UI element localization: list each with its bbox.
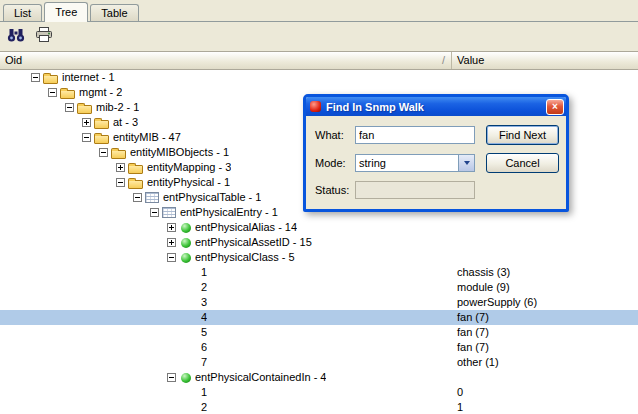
table-icon	[162, 207, 176, 218]
collapse-toggle-icon[interactable]	[82, 133, 91, 142]
value-cell	[452, 370, 638, 385]
expand-toggle-icon[interactable]	[167, 238, 176, 247]
find-dialog-app-icon	[310, 101, 321, 112]
tab-bar: List Tree Table	[0, 0, 638, 22]
value-cell	[452, 235, 638, 250]
node-label: 2	[201, 280, 207, 295]
node-label: entPhysicalTable - 1	[163, 190, 261, 205]
tree-row[interactable]: entPhysicalAssetID - 15	[0, 235, 638, 250]
folder-icon	[94, 120, 109, 129]
table-icon	[145, 192, 159, 203]
folder-icon	[111, 150, 126, 159]
tree-row[interactable]: 5fan (7)	[0, 325, 638, 340]
tab-tree[interactable]: Tree	[44, 2, 88, 22]
value-cell: powerSupply (6)	[452, 295, 638, 310]
tree-row[interactable]: 7other (1)	[0, 355, 638, 370]
value-cell: fan (7)	[452, 325, 638, 340]
expand-toggle-icon[interactable]	[116, 163, 125, 172]
value-cell: chassis (3)	[452, 265, 638, 280]
sort-indicator-icon: /	[442, 54, 445, 69]
node-label: entityMIBObjects - 1	[130, 145, 229, 160]
collapse-toggle-icon[interactable]	[167, 253, 176, 262]
snmp-walk-window: List Tree Table	[0, 0, 638, 414]
find-next-button[interactable]: Find Next	[486, 125, 559, 145]
what-input[interactable]	[355, 126, 475, 144]
node-label: 1	[201, 265, 207, 280]
collapse-toggle-icon[interactable]	[31, 73, 40, 82]
value-cell: 1	[452, 400, 638, 414]
ball-icon	[181, 253, 191, 263]
find-dialog: Find In Snmp Walk × What: Find Next Mode…	[303, 94, 569, 212]
folder-icon	[128, 180, 143, 189]
node-label: 7	[201, 355, 207, 370]
node-label: entityMapping - 3	[147, 160, 231, 175]
find-button[interactable]	[3, 24, 29, 49]
expand-toggle-icon[interactable]	[167, 223, 176, 232]
status-field	[355, 181, 475, 199]
value-cell: 0	[452, 385, 638, 400]
node-label: entPhysicalAssetID - 15	[195, 235, 312, 250]
ball-icon	[181, 223, 191, 233]
node-label: 1	[201, 385, 207, 400]
node-label: entPhysicalAlias - 14	[195, 220, 297, 235]
ball-icon	[181, 373, 191, 383]
mode-selected-value: string	[356, 155, 458, 171]
tree-row[interactable]: entPhysicalAlias - 14	[0, 220, 638, 235]
tree-row[interactable]: entPhysicalContainedIn - 4	[0, 370, 638, 385]
expand-toggle-icon[interactable]	[82, 118, 91, 127]
node-label: entityMIB - 47	[113, 130, 181, 145]
dialog-title: Find In Snmp Walk	[326, 101, 546, 113]
value-cell: other (1)	[452, 355, 638, 370]
oid-header-label: Oid	[5, 54, 22, 69]
collapse-toggle-icon[interactable]	[99, 148, 108, 157]
value-column-header[interactable]: Value	[452, 52, 638, 69]
collapse-toggle-icon[interactable]	[48, 88, 57, 97]
node-label: entPhysicalEntry - 1	[180, 205, 278, 220]
toolbar	[0, 22, 638, 51]
tab-table[interactable]: Table	[90, 4, 138, 21]
chevron-down-icon[interactable]	[458, 155, 474, 171]
collapse-toggle-icon[interactable]	[65, 103, 74, 112]
oid-column-header[interactable]: Oid /	[0, 52, 452, 69]
ball-icon	[181, 238, 191, 248]
tree-row[interactable]: 21	[0, 400, 638, 414]
close-icon[interactable]: ×	[546, 99, 564, 115]
tree-row[interactable]: 4fan (7)	[0, 310, 638, 325]
node-label: 3	[201, 295, 207, 310]
dialog-title-bar[interactable]: Find In Snmp Walk ×	[306, 97, 566, 116]
grid-header: Oid / Value	[0, 52, 638, 70]
node-label: 4	[201, 310, 207, 325]
tab-list[interactable]: List	[3, 4, 42, 21]
folder-icon	[60, 90, 75, 99]
cancel-button[interactable]: Cancel	[486, 153, 559, 173]
tree-row[interactable]: 1chassis (3)	[0, 265, 638, 280]
tree-row[interactable]: 3powerSupply (6)	[0, 295, 638, 310]
tree-row[interactable]: 2module (9)	[0, 280, 638, 295]
tree-row[interactable]: 10	[0, 385, 638, 400]
node-label: 2	[201, 400, 207, 414]
node-label: entPhysicalContainedIn - 4	[195, 370, 326, 385]
tree-row[interactable]: entPhysicalClass - 5	[0, 250, 638, 265]
value-cell: fan (7)	[452, 310, 638, 325]
node-label: entPhysicalClass - 5	[195, 250, 295, 265]
node-label: mgmt - 2	[79, 85, 122, 100]
collapse-toggle-icon[interactable]	[116, 178, 125, 187]
node-label: mib-2 - 1	[96, 100, 139, 115]
tree-row[interactable]: 6fan (7)	[0, 340, 638, 355]
mode-label: Mode:	[315, 157, 355, 169]
value-cell	[452, 220, 638, 235]
folder-icon	[43, 75, 58, 84]
folder-icon	[128, 165, 143, 174]
node-label: entityPhysical - 1	[147, 175, 230, 190]
collapse-toggle-icon[interactable]	[133, 193, 142, 202]
node-label: at - 3	[113, 115, 138, 130]
node-label: internet - 1	[62, 70, 115, 85]
printer-icon	[35, 27, 53, 46]
collapse-toggle-icon[interactable]	[150, 208, 159, 217]
value-cell	[452, 250, 638, 265]
collapse-toggle-icon[interactable]	[167, 373, 176, 382]
folder-icon	[77, 105, 92, 114]
mode-select[interactable]: string	[355, 154, 475, 172]
print-button[interactable]	[31, 24, 57, 49]
tree-row[interactable]: internet - 1	[0, 70, 638, 85]
